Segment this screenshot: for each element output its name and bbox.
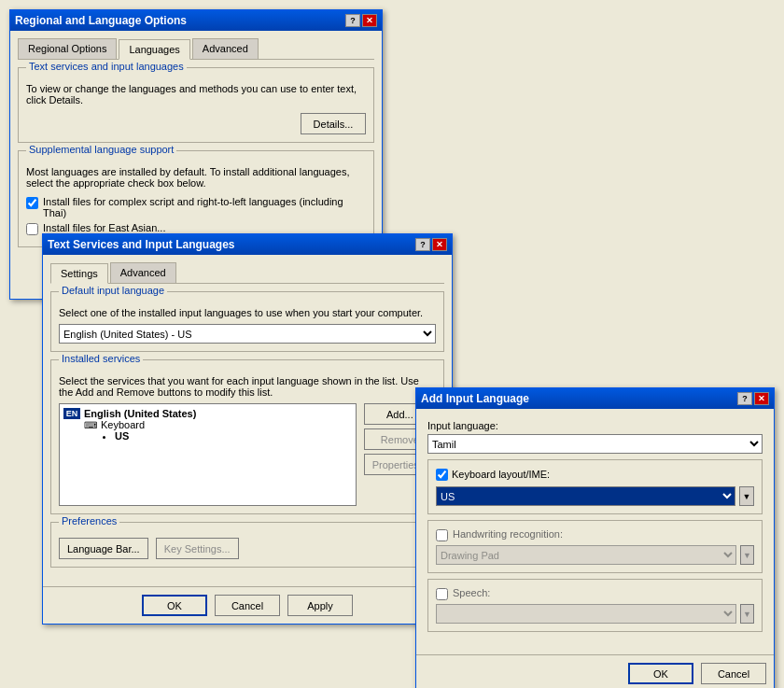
window1-content: Regional Options Languages Advanced Text… (10, 31, 382, 262)
window2-ok-button[interactable]: OK (142, 595, 207, 616)
preferences-group: Preferences Language Bar... Key Settings… (50, 522, 444, 568)
speech-checkbox[interactable] (436, 588, 448, 600)
default-input-label: Default input language (59, 285, 167, 296)
complex-script-checkbox[interactable] (26, 197, 38, 209)
tab-advanced[interactable]: Advanced (192, 38, 259, 59)
handwriting-label: Handwriting recognition: (453, 528, 563, 540)
speech-label: Speech: (453, 587, 490, 598)
keyboard-label: Keyboard (101, 419, 145, 430)
speech-select-row: ▼ (436, 604, 754, 624)
keyboard-layout-label: Keyboard layout/IME: (452, 469, 550, 480)
window3-footer: OK Cancel (416, 654, 774, 688)
east-asian-label: Install files for East Asian... (43, 222, 165, 233)
english-flag: EN (63, 408, 80, 419)
speech-checkbox-row: Speech: (436, 587, 754, 600)
window3-content: Input language: Tamil Keyboard layout/IM… (416, 409, 774, 651)
window1-close-button[interactable]: ✕ (362, 14, 377, 27)
window3-cancel-button[interactable]: Cancel (701, 663, 766, 684)
keyboard-layout-checkbox[interactable] (436, 469, 448, 481)
tab-languages[interactable]: Languages (119, 39, 189, 60)
supplemental-description: Most languages are installed by default.… (26, 166, 366, 189)
default-input-group: Default input language Select one of the… (50, 291, 444, 352)
window2-apply-button[interactable]: Apply (287, 595, 353, 616)
speech-dropdown-arrow: ▼ (740, 604, 754, 624)
language-item-english: EN English (United States) (63, 408, 352, 419)
preferences-label: Preferences (59, 515, 119, 527)
east-asian-checkbox[interactable] (26, 223, 38, 235)
tab-advanced-w2[interactable]: Advanced (110, 262, 176, 283)
keyboard-layout-section: Keyboard layout/IME: US ▼ (427, 459, 763, 514)
input-language-select[interactable]: Tamil (427, 434, 763, 454)
window1-controls: ? ✕ (345, 14, 377, 27)
window2-titlebar: Text Services and Input Languages ? ✕ (43, 234, 452, 255)
language-bar-button[interactable]: Language Bar... (59, 538, 148, 559)
window1-tabs: Regional Options Languages Advanced (18, 38, 374, 60)
keyboard-dropdown-arrow[interactable]: ▼ (739, 486, 754, 506)
input-language-label: Input language: (427, 420, 763, 431)
window2-cancel-button[interactable]: Cancel (215, 595, 280, 616)
window1-help-button[interactable]: ? (345, 14, 360, 27)
text-services-window: Text Services and Input Languages ? ✕ Se… (42, 233, 453, 625)
window3-controls: ? ✕ (737, 392, 769, 405)
window2-close-button[interactable]: ✕ (432, 238, 447, 251)
installed-services-list: EN English (United States) ⌨ Keyboard US (59, 403, 357, 506)
handwriting-section: Handwriting recognition: Drawing Pad ▼ (427, 520, 763, 573)
window2-footer: OK Cancel Apply (43, 586, 452, 624)
handwriting-dropdown-arrow: ▼ (740, 545, 754, 565)
window3-title: Add Input Language (421, 392, 529, 405)
window2-tabs: Settings Advanced (50, 262, 444, 284)
window2-content: Settings Advanced Default input language… (43, 255, 452, 583)
text-services-group: Text services and input languages To vie… (18, 67, 374, 143)
supplemental-label: Supplemental language support (26, 144, 176, 155)
complex-script-label: Install files for complex script and rig… (43, 196, 366, 218)
handwriting-checkbox-row: Handwriting recognition: (436, 528, 754, 541)
handwriting-select-row: Drawing Pad ▼ (436, 545, 754, 565)
speech-section: Speech: ▼ (427, 579, 763, 632)
handwriting-select: Drawing Pad (436, 545, 736, 565)
window2-help-button[interactable]: ? (415, 238, 430, 251)
handwriting-checkbox[interactable] (436, 529, 448, 541)
keyboard-icon: ⌨ (84, 420, 97, 430)
checkbox1-row: Install files for complex script and rig… (26, 196, 366, 218)
key-settings-button[interactable]: Key Settings... (156, 538, 239, 559)
keyboard-checkbox-row: Keyboard layout/IME: (436, 468, 754, 481)
details-button[interactable]: Details... (301, 113, 366, 134)
installed-services-group: Installed services Select the services t… (50, 359, 444, 514)
window3-ok-button[interactable]: OK (628, 663, 693, 684)
window1-title: Regional and Language Options (15, 14, 187, 27)
default-input-dropdown[interactable]: English (United States) - US (59, 324, 436, 344)
keyboard-sub: ⌨ Keyboard (84, 419, 352, 430)
installed-services-description: Select the services that you want for ea… (59, 375, 436, 398)
default-input-description: Select one of the installed input langua… (59, 307, 436, 318)
us-item: US (115, 430, 352, 442)
tab-regional-options[interactable]: Regional Options (18, 38, 117, 59)
window3-help-button[interactable]: ? (737, 392, 752, 405)
window1-titlebar: Regional and Language Options ? ✕ (10, 10, 382, 31)
english-lang-name: English (United States) (84, 408, 196, 419)
window2-title: Text Services and Input Languages (48, 238, 235, 251)
add-input-language-window: Add Input Language ? ✕ Input language: T… (415, 387, 775, 688)
keyboard-select-row: US ▼ (436, 486, 754, 506)
tab-settings[interactable]: Settings (50, 263, 108, 284)
input-language-row: Input language: Tamil (427, 420, 763, 454)
speech-select (436, 604, 736, 624)
text-services-description: To view or change the languages and meth… (26, 83, 366, 105)
text-services-label: Text services and input languages (26, 61, 187, 72)
window3-close-button[interactable]: ✕ (754, 392, 769, 405)
keyboard-layout-select[interactable]: US (436, 486, 735, 506)
installed-services-label: Installed services (59, 353, 143, 364)
window3-titlebar: Add Input Language ? ✕ (416, 388, 774, 409)
window2-controls: ? ✕ (415, 238, 447, 251)
